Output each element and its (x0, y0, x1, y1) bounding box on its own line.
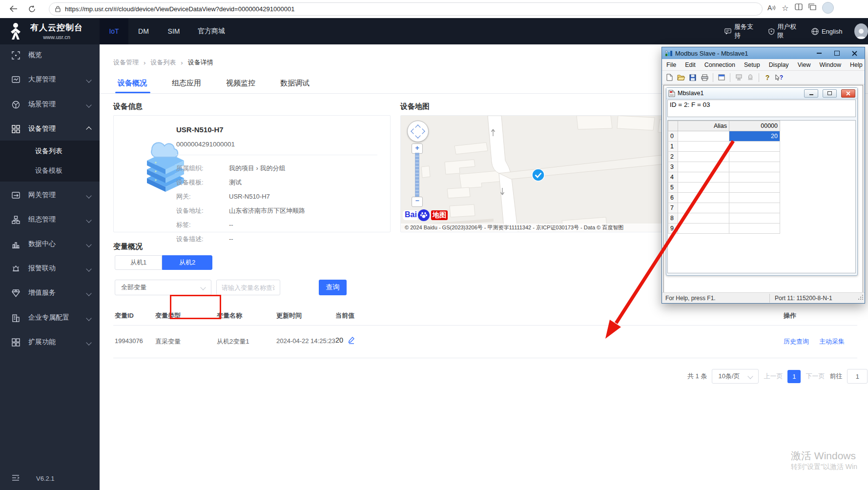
menu-display[interactable]: Display (765, 61, 793, 68)
new-file-icon[interactable] (664, 73, 674, 82)
variable-filter-select[interactable]: 全部变量 (115, 280, 211, 295)
grid-row[interactable]: 1 (668, 142, 780, 152)
goto-page-input[interactable] (847, 369, 868, 384)
active-collect-link[interactable]: 主动采集 (819, 337, 845, 346)
sidebar-item-device[interactable]: 设备管理 (0, 118, 100, 140)
topnav-sim[interactable]: SIM (159, 18, 189, 44)
grid-row[interactable]: 020 (668, 131, 780, 142)
slave2-tab[interactable]: 从机2 (162, 255, 212, 270)
screen: https://mp.usr.cn/#/cloud/device/ViewDev… (0, 0, 868, 490)
page-size-select[interactable]: 10条/页 (712, 369, 759, 384)
map-device-marker[interactable] (532, 168, 545, 184)
sidebar-item-bigscreen[interactable]: 大屏管理 (0, 69, 100, 90)
col-update-time: 更新时间 (276, 311, 302, 320)
next-page-button[interactable]: 下一页 (806, 372, 825, 381)
tab-data-debug[interactable]: 数据调试 (280, 79, 310, 88)
sidebar-item-alarm[interactable]: 报警联动 (0, 258, 100, 279)
prev-page-button[interactable]: 上一页 (764, 372, 783, 381)
refresh-icon[interactable] (24, 1, 39, 16)
context-help-icon[interactable]: ? (774, 73, 784, 82)
map-pan-control[interactable] (407, 121, 429, 142)
grid-row[interactable]: 2 (668, 152, 780, 162)
save-icon[interactable] (688, 73, 698, 82)
sidebar-item-gateway[interactable]: 网关管理 (0, 184, 100, 206)
topnav-mall[interactable]: 官方商城 (189, 18, 234, 44)
variable-search-input[interactable] (216, 280, 280, 295)
child-close-icon[interactable] (841, 89, 855, 98)
display-dialog-icon[interactable] (717, 73, 726, 82)
sidebar-item-device-list[interactable]: 设备列表 (0, 142, 100, 161)
browser-profile-icon[interactable] (822, 2, 834, 14)
menu-view[interactable]: View (793, 61, 815, 68)
cell-variable-id: 19943076 (115, 337, 143, 345)
maximize-icon[interactable] (829, 49, 844, 58)
map-zoom-slider[interactable] (415, 153, 419, 198)
history-query-link[interactable]: 历史查询 (784, 337, 809, 346)
collections-icon[interactable] (808, 3, 816, 12)
sidebar-item-enterprise[interactable]: 企业专属配置 (0, 307, 100, 328)
usr-logo-icon (7, 22, 24, 42)
language-switch[interactable]: English (811, 28, 843, 35)
tab-scada-app[interactable]: 组态应用 (172, 79, 201, 88)
child-restore-icon[interactable] (823, 89, 837, 98)
breadcrumb-device-mgmt[interactable]: 设备管理 (113, 58, 139, 67)
sidebar-item-extensions[interactable]: 扩展功能 (0, 331, 100, 353)
sidebar-item-device-template[interactable]: 设备模板 (0, 161, 100, 181)
grid-row[interactable]: 4 (668, 172, 780, 183)
modbus-window-title: Modbus Slave - Mbslave1 (675, 50, 809, 57)
modbus-slave-window[interactable]: Modbus Slave - Mbslave1 File Edit Connec… (661, 47, 865, 304)
child-minimize-icon[interactable] (804, 89, 818, 98)
divider (176, 155, 377, 155)
grid-row[interactable]: 8 (668, 213, 780, 224)
menu-window[interactable]: Window (815, 61, 846, 68)
current-page-button[interactable]: 1 (787, 370, 801, 383)
minimize-icon[interactable] (812, 49, 827, 58)
register-grid[interactable]: Alias 00000 020 1 2 3 4 5 6 7 8 9 (667, 120, 856, 273)
avatar[interactable] (854, 23, 868, 39)
support-link[interactable]: 服务支持 (724, 22, 757, 40)
sidebar-item-value-added[interactable]: 增值服务 (0, 282, 100, 304)
sidebar-item-datacenter[interactable]: 数据中心 (0, 233, 100, 255)
sidebar-item-config[interactable]: 组态管理 (0, 209, 100, 230)
topnav-dm[interactable]: DM (128, 18, 159, 44)
help-icon[interactable]: ? (763, 73, 772, 82)
sidebar-item-overview[interactable]: 概览 (0, 44, 100, 66)
split-screen-icon[interactable] (795, 3, 803, 12)
menu-setup[interactable]: Setup (740, 61, 765, 68)
col-actions: 操作 (784, 311, 796, 320)
collapse-sidebar-icon[interactable] (12, 474, 20, 483)
menu-edit[interactable]: Edit (681, 61, 700, 68)
tab-video-monitor[interactable]: 视频监控 (226, 79, 255, 88)
grid-row[interactable]: 5 (668, 183, 780, 193)
favorite-star-icon[interactable]: ☆ (782, 3, 788, 13)
close-icon[interactable] (847, 49, 862, 58)
slave1-tab[interactable]: 从机1 (115, 255, 162, 270)
menu-connection[interactable]: Connection (700, 61, 740, 68)
sidebar-item-scene[interactable]: 场景管理 (0, 94, 100, 115)
breadcrumb-device-list[interactable]: 设备列表 (150, 58, 176, 67)
permission-link[interactable]: 用户权限 (768, 22, 800, 40)
grid-row[interactable]: 7 (668, 203, 780, 213)
map-zoom-in-button[interactable]: + (412, 143, 423, 154)
open-file-icon[interactable] (676, 73, 686, 82)
mbslave1-child-window[interactable]: Mbslave1 ID = 2: F = 03 Alias 00000 (666, 87, 858, 276)
map-zoom-out-button[interactable]: − (412, 197, 423, 207)
query-button[interactable]: 查询 (319, 280, 347, 295)
child-title-bar[interactable]: Mbslave1 (666, 88, 857, 99)
grid-row[interactable]: 9 (668, 224, 780, 234)
menu-help[interactable]: Help (846, 61, 867, 68)
grid-row[interactable]: 6 (668, 193, 780, 203)
tab-device-overview[interactable]: 设备概况 (118, 79, 147, 88)
menu-file[interactable]: File (662, 61, 681, 68)
edit-value-icon[interactable] (348, 336, 355, 346)
print-icon[interactable] (700, 73, 709, 82)
back-icon[interactable] (6, 1, 21, 16)
topnav-iot[interactable]: IoT (100, 18, 128, 44)
read-aloud-icon[interactable]: A (767, 4, 776, 12)
address-bar[interactable]: https://mp.usr.cn/#/cloud/device/ViewDev… (49, 2, 763, 16)
field-value: 山东省济南市历下区坤顺路 (228, 204, 306, 218)
grid-col-alias: Alias (678, 121, 729, 131)
modbus-title-bar[interactable]: Modbus Slave - Mbslave1 (662, 47, 865, 59)
grid-row[interactable]: 3 (668, 162, 780, 172)
resize-grip[interactable] (858, 294, 864, 302)
